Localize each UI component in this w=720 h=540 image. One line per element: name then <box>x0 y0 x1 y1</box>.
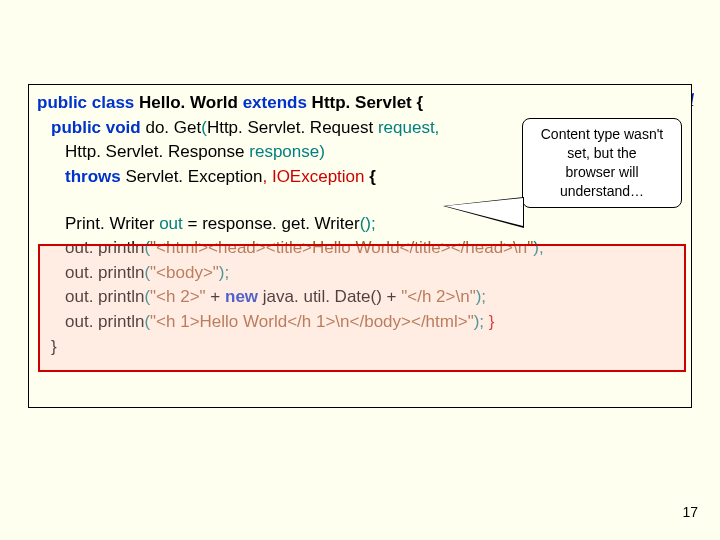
code-line-7: out. println("<body>"); <box>37 261 683 286</box>
string: "</h 2>\n" <box>401 287 475 306</box>
page-number: 17 <box>682 504 698 520</box>
paren: ) <box>319 142 325 161</box>
string: "<h 2>" <box>150 287 210 306</box>
param: response <box>249 142 319 161</box>
string: "<html><head><title>Hello World</title><… <box>150 238 533 257</box>
string: "<body>" <box>150 263 219 282</box>
method: do. Get <box>145 118 201 137</box>
code-line-1: public class Hello. World extends Http. … <box>37 91 683 116</box>
paren: ); <box>219 263 229 282</box>
type: Http. Servlet. Response <box>65 142 249 161</box>
classname: Hello. World <box>139 93 243 112</box>
call: out. println <box>65 287 144 306</box>
code-line-5: Print. Writer out = response. get. Write… <box>37 212 683 237</box>
type: java. util. Date <box>263 287 371 306</box>
type: Print. Writer <box>65 214 159 233</box>
call: out. println <box>65 312 144 331</box>
eq: = <box>188 214 203 233</box>
callout-box: Content type wasn't set, but the browser… <box>522 118 682 208</box>
comma: , <box>262 167 271 186</box>
code-line-9: out. println("<h 1>Hello World</h 1>\n</… <box>37 310 683 335</box>
brace: } <box>489 312 495 331</box>
var: out <box>159 214 187 233</box>
param: request, <box>378 118 439 137</box>
call: out. println <box>65 238 144 257</box>
exc: Servlet. Exception <box>125 167 262 186</box>
plus: () + <box>371 287 402 306</box>
callout-tail <box>445 198 523 226</box>
type: Http. Servlet <box>312 93 417 112</box>
brace: } <box>51 337 57 356</box>
type: Http. Servlet. Request <box>207 118 378 137</box>
callout-line: understand… <box>531 182 673 201</box>
exc: IOException <box>272 167 369 186</box>
call: response. get. Writer <box>202 214 359 233</box>
paren: ); <box>533 238 543 257</box>
callout-line: Content type wasn't <box>531 125 673 144</box>
callout-line: set, but the <box>531 144 673 163</box>
kw: extends <box>243 93 312 112</box>
kw: public class <box>37 93 139 112</box>
brace: { <box>369 167 376 186</box>
string: "<h 1>Hello World</h 1>\n</body></html>" <box>150 312 474 331</box>
paren: ); <box>476 287 486 306</box>
brace: { <box>416 93 423 112</box>
paren: ); <box>474 312 489 331</box>
call: out. println <box>65 263 144 282</box>
code-line-10: } <box>37 335 683 360</box>
kw: throws <box>65 167 125 186</box>
code-line-8: out. println("<h 2>" + new java. util. D… <box>37 285 683 310</box>
plus: + <box>210 287 225 306</box>
paren: (); <box>360 214 376 233</box>
code-line-6: out. println("<html><head><title>Hello W… <box>37 236 683 261</box>
kw: public void <box>51 118 145 137</box>
callout-line: browser will <box>531 163 673 182</box>
kw: new <box>225 287 263 306</box>
